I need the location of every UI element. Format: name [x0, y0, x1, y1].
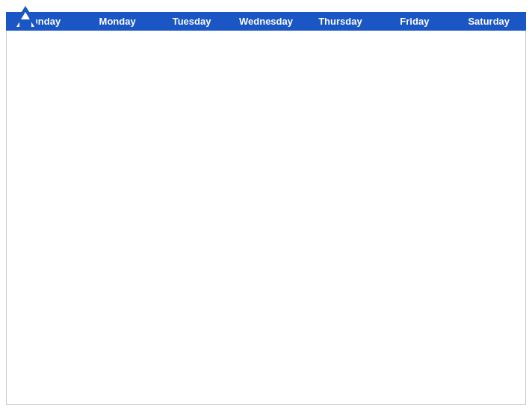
day-header-monday: Monday: [80, 12, 154, 31]
logo-icon: [12, 6, 39, 27]
day-header-friday: Friday: [377, 12, 451, 31]
header: [0, 0, 532, 12]
weeks-container: [6, 31, 526, 405]
day-header-wednesday: Wednesday: [229, 12, 303, 31]
day-header-thursday: Thursday: [303, 12, 377, 31]
days-header: SundayMondayTuesdayWednesdayThursdayFrid…: [6, 12, 526, 31]
logo: [12, 6, 39, 27]
svg-rect-2: [19, 19, 31, 27]
calendar-grid: SundayMondayTuesdayWednesdayThursdayFrid…: [0, 12, 532, 411]
day-header-saturday: Saturday: [452, 12, 526, 31]
day-header-tuesday: Tuesday: [155, 12, 229, 31]
calendar-page: SundayMondayTuesdayWednesdayThursdayFrid…: [0, 0, 532, 411]
